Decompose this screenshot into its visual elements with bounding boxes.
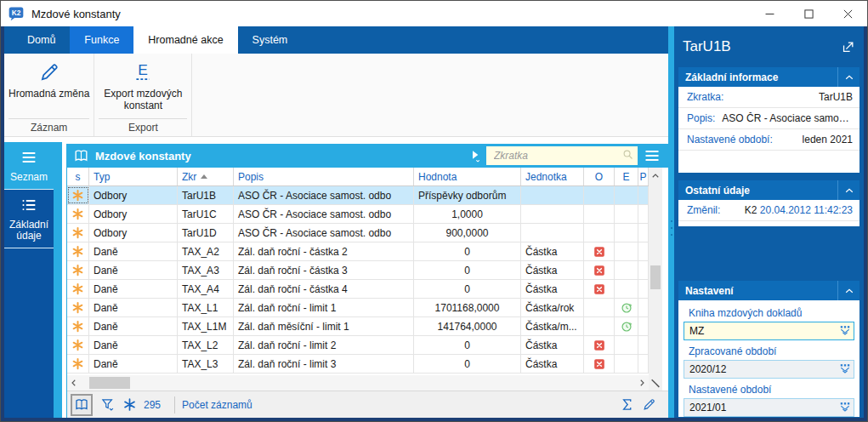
ribbon-button-label: Hromadná změna (9, 88, 89, 100)
table-row[interactable]: OdboryTarU1CASO ČR - Asociace samost. od… (67, 205, 649, 224)
horizontal-scroll-track[interactable] (81, 375, 635, 391)
column-header-s[interactable]: s (67, 168, 89, 185)
column-header-jednotka[interactable]: Jednotka (521, 168, 584, 185)
dropdown-icon[interactable] (837, 399, 854, 416)
ribbon-button[interactable]: Hromadná změna (6, 55, 92, 100)
cell-typ: Daně (89, 280, 178, 298)
dropdown-icon[interactable] (837, 322, 854, 339)
filter-funnel-icon[interactable] (98, 396, 116, 414)
cell-popis: Zál. daň roční - limit 3 (234, 355, 414, 373)
cell-zkr: TarU1D (178, 224, 234, 242)
column-header-p[interactable]: P (638, 168, 649, 185)
tab-dom-[interactable]: Domů (13, 26, 70, 54)
asterisk-icon (67, 355, 89, 373)
records-snowflake-icon[interactable] (120, 396, 139, 414)
tab-syst-m[interactable]: Systém (238, 26, 303, 54)
table-row[interactable]: DaněTAX_A4Zál. daň roční - částka 40Část… (67, 280, 649, 299)
table-row[interactable]: DaněTAX_A3Zál. daň roční - částka 30Část… (67, 261, 649, 280)
cell-hodnota: 0 (414, 261, 521, 279)
window-title: Mzdové konstanty (31, 8, 121, 20)
cell-p (638, 280, 649, 298)
table-row[interactable]: OdboryTarU1DASO ČR - Asociace samost. od… (67, 224, 649, 242)
edit-pencil-icon[interactable] (639, 396, 658, 414)
scroll-down-icon[interactable] (649, 375, 662, 391)
cell-jednotka: Částka/rok (521, 299, 584, 316)
panel-section: Ostatní údajeZměnil:K2 20.04.2012 11:42:… (678, 180, 859, 226)
search-input[interactable] (492, 149, 621, 163)
column-header-typ[interactable]: Typ (89, 168, 178, 185)
browse-header: Mzdové konstanty (67, 144, 668, 168)
chevron-up-icon[interactable] (837, 180, 859, 200)
cell-e (615, 355, 638, 373)
sidebar-item-z-kladn-daje[interactable]: Základní údaje (4, 190, 54, 248)
vertical-scroll-thumb[interactable] (650, 265, 661, 289)
cell-o (584, 317, 615, 335)
open-external-icon[interactable] (841, 40, 855, 54)
cell-o (584, 205, 615, 223)
cell-hodnota: 141764,0000 (414, 317, 521, 335)
chevron-up-icon[interactable] (837, 67, 859, 87)
cell-hodnota: 0 (414, 242, 521, 260)
cell-popis: Zál. daň měsíční - limit 1 (234, 317, 414, 335)
field-input-kniha-mzdov-ch-doklad- (684, 322, 854, 340)
ribbon-group-label: Export (99, 118, 187, 136)
tab-funkce[interactable]: Funkce (70, 26, 133, 54)
splitter-grip[interactable] (668, 220, 674, 236)
left-splitter[interactable] (54, 142, 62, 418)
field-label: Zpracované období (678, 340, 859, 360)
panel-field-label: Změnil: (687, 204, 720, 216)
cell-jednotka (521, 186, 584, 204)
column-header-o[interactable]: O (584, 168, 615, 185)
dropdown-icon[interactable] (837, 361, 854, 378)
close-button[interactable] (828, 1, 867, 26)
column-header-hodnota[interactable]: Hodnota (414, 168, 521, 185)
column-header-e[interactable]: E (615, 168, 638, 185)
cell-e (615, 224, 638, 242)
field-input[interactable] (684, 362, 837, 376)
asterisk-icon (67, 336, 89, 354)
sum-sigma-icon[interactable] (617, 396, 636, 414)
book-icon (73, 148, 89, 164)
panel-field-label: Zkratka: (687, 91, 723, 103)
cell-p (638, 336, 649, 354)
scroll-right-icon[interactable] (635, 375, 649, 391)
horizontal-scroll-thumb[interactable] (89, 377, 130, 389)
minimize-button[interactable] (750, 1, 789, 26)
column-header-zkr[interactable]: Zkr (178, 168, 234, 185)
table-row[interactable]: DaněTAX_L3Zál. daň roční - limit 30Částk… (67, 355, 649, 374)
table-row[interactable]: DaněTAX_L1MZál. daň měsíční - limit 1141… (67, 317, 649, 336)
cell-jednotka: Částka (521, 336, 584, 354)
vertical-scrollbar[interactable] (649, 168, 662, 375)
hamburger-icon[interactable] (639, 144, 665, 168)
cell-o (584, 186, 615, 204)
panel-section-header[interactable]: Základní informace (678, 67, 859, 87)
cell-zkr: TarU1B (178, 186, 234, 204)
cell-o (584, 224, 615, 242)
tab-hromadn-akce[interactable]: Hromadné akce (133, 26, 237, 54)
horizontal-scrollbar[interactable] (67, 375, 649, 391)
table-row[interactable]: DaněTAX_A2Zál. daň roční - částka 20Část… (67, 242, 649, 261)
cell-hodnota: 0 (414, 355, 521, 373)
chevron-up-icon[interactable] (837, 281, 859, 300)
maximize-button[interactable] (789, 1, 828, 26)
play-icon[interactable] (466, 149, 485, 163)
scroll-up-icon[interactable] (649, 168, 662, 185)
panel-section-header[interactable]: Nastavení (678, 281, 859, 300)
cell-typ: Daně (89, 299, 178, 316)
ribbon-button[interactable]: EExport mzdových konstant (96, 55, 190, 111)
panel-section-header[interactable]: Ostatní údaje (678, 180, 859, 200)
right-splitter[interactable] (668, 26, 674, 418)
field-label: Nastavené období (678, 379, 859, 398)
sidebar-item-label: Základní údaje (6, 220, 52, 242)
asterisk-icon (67, 224, 89, 242)
table-row[interactable]: DaněTAX_L2Zál. daň roční - limit 20Částk… (67, 336, 649, 355)
book-toggle-button[interactable] (71, 394, 93, 416)
sidebar-item-seznam[interactable]: Seznam (4, 142, 54, 190)
column-header-popis[interactable]: Popis (234, 168, 414, 185)
table-row[interactable]: DaněTAX_L1Zál. daň roční - limit 1170116… (67, 299, 649, 317)
panel-field-row: Nastavené období:leden 2021 (678, 129, 859, 151)
field-input[interactable] (684, 324, 837, 338)
scroll-left-icon[interactable] (67, 375, 81, 391)
field-input[interactable] (684, 401, 837, 414)
table-row[interactable]: OdboryTarU1BASO ČR - Asociace samost. od… (67, 186, 649, 205)
